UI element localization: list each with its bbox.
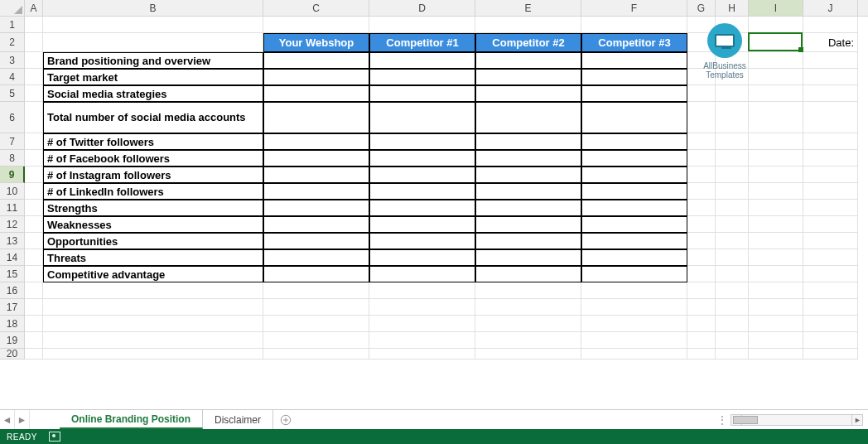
cell-D4[interactable] [369,69,475,85]
cell-B9[interactable]: # of Instagram followers [43,166,263,183]
cell-J9[interactable] [803,166,858,183]
cell-E9[interactable] [475,166,581,183]
cell-G20[interactable] [687,349,716,360]
row-header-15[interactable]: 15 [0,266,25,282]
cell-A15[interactable] [25,266,43,282]
cell-E18[interactable] [475,316,581,332]
cell-J18[interactable] [803,316,858,332]
cell-D1[interactable] [369,17,475,33]
cell-F9[interactable] [581,166,687,183]
cell-E6[interactable] [475,102,581,133]
row-header-17[interactable]: 17 [0,299,25,316]
cell-B2[interactable] [43,33,263,52]
cell-G17[interactable] [687,299,716,316]
cell-E11[interactable] [475,200,581,216]
cell-I7[interactable] [749,133,803,150]
cell-A19[interactable] [25,332,43,349]
row-header-1[interactable]: 1 [0,17,25,33]
cell-E8[interactable] [475,150,581,166]
row-header-11[interactable]: 11 [0,200,25,216]
col-header-H[interactable]: H [716,0,749,16]
cell-B11[interactable]: Strengths [43,200,263,216]
cell-E16[interactable] [475,282,581,299]
cell-D17[interactable] [369,299,475,316]
cell-H17[interactable] [716,299,749,316]
cell-G11[interactable] [687,200,716,216]
cell-D13[interactable] [369,233,475,249]
cell-I12[interactable] [749,216,803,233]
cell-G8[interactable] [687,150,716,166]
tab-nav-next[interactable]: ► [15,410,30,429]
cell-A17[interactable] [25,299,43,316]
cell-J6[interactable] [803,102,858,133]
row-header-16[interactable]: 16 [0,282,25,299]
cell-E2[interactable]: Competitor #2 [475,33,581,52]
cell-C3[interactable] [263,52,369,69]
row-header-4[interactable]: 4 [0,69,25,85]
cell-D10[interactable] [369,183,475,200]
cell-C10[interactable] [263,183,369,200]
cell-A10[interactable] [25,183,43,200]
cell-H5[interactable] [716,85,749,102]
cell-B5[interactable]: Social media strategies [43,85,263,102]
scroll-right-icon[interactable]: ► [851,415,863,425]
cell-A14[interactable] [25,249,43,266]
cell-A13[interactable] [25,233,43,249]
cell-F12[interactable] [581,216,687,233]
row-header-10[interactable]: 10 [0,183,25,200]
cell-G19[interactable] [687,332,716,349]
cell-H16[interactable] [716,282,749,299]
cell-E12[interactable] [475,216,581,233]
cell-J10[interactable] [803,183,858,200]
cell-A20[interactable] [25,349,43,360]
cell-C16[interactable] [263,282,369,299]
cell-J11[interactable] [803,200,858,216]
cell-C6[interactable] [263,102,369,133]
cell-G18[interactable] [687,316,716,332]
cell-D9[interactable] [369,166,475,183]
cell-I13[interactable] [749,233,803,249]
select-all-corner[interactable] [0,0,25,16]
row-header-9[interactable]: 9 [0,166,25,183]
cell-G9[interactable] [687,166,716,183]
cell-E7[interactable] [475,133,581,150]
cell-I15[interactable] [749,266,803,282]
tab-nav-prev[interactable]: ◄ [0,410,15,429]
cell-F8[interactable] [581,150,687,166]
cell-A6[interactable] [25,102,43,133]
cell-A5[interactable] [25,85,43,102]
cell-F11[interactable] [581,200,687,216]
col-header-I[interactable]: I [749,0,803,16]
cell-D14[interactable] [369,249,475,266]
cell-A9[interactable] [25,166,43,183]
row-header-12[interactable]: 12 [0,216,25,233]
cell-H20[interactable] [716,349,749,360]
cell-A11[interactable] [25,200,43,216]
row-header-6[interactable]: 6 [0,102,25,133]
cell-B6[interactable]: Total number of social media accounts [43,102,263,133]
cell-F3[interactable] [581,52,687,69]
cell-C4[interactable] [263,69,369,85]
cell-D15[interactable] [369,266,475,282]
col-header-E[interactable]: E [475,0,581,16]
cell-J16[interactable] [803,282,858,299]
cell-H15[interactable] [716,266,749,282]
cell-F5[interactable] [581,85,687,102]
cell-J12[interactable] [803,216,858,233]
cell-E19[interactable] [475,332,581,349]
cell-C1[interactable] [263,17,369,33]
cell-A16[interactable] [25,282,43,299]
cell-G12[interactable] [687,216,716,233]
cell-D3[interactable] [369,52,475,69]
cell-F17[interactable] [581,299,687,316]
col-header-A[interactable]: A [25,0,43,16]
cell-J7[interactable] [803,133,858,150]
cell-C15[interactable] [263,266,369,282]
cell-I18[interactable] [749,316,803,332]
cell-C19[interactable] [263,332,369,349]
cell-G10[interactable] [687,183,716,200]
row-header-2[interactable]: 2 [0,33,25,52]
cell-B20[interactable] [43,349,263,360]
cell-E15[interactable] [475,266,581,282]
cell-F13[interactable] [581,233,687,249]
